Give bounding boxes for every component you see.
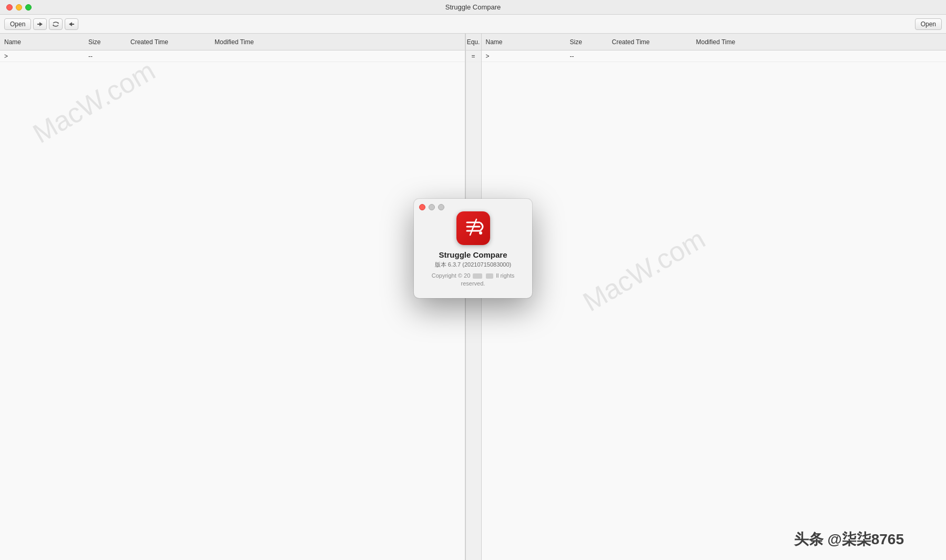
right-col-modified: Modified Time — [696, 38, 780, 46]
right-panel: Name Size Created Time Modified Time > -… — [482, 34, 947, 560]
dialog-copyright: Copyright © 20 ll rights reserved. — [424, 272, 522, 288]
dialog-version: 版本 6.3.7 (20210715083000) — [435, 261, 512, 269]
dialog-close-button[interactable] — [419, 204, 425, 210]
dialog-app-name: Struggle Compare — [439, 250, 507, 259]
sync-icon[interactable] — [49, 18, 63, 30]
right-col-created: Created Time — [612, 38, 696, 46]
maximize-button[interactable] — [25, 4, 32, 11]
toolbar: Open Open — [0, 15, 946, 34]
arrow-right-icon[interactable] — [65, 18, 78, 30]
left-data-row[interactable]: > -- — [0, 50, 465, 62]
equ-header: Equ. — [466, 34, 481, 50]
right-col-name: Name — [486, 38, 570, 46]
dialog-min-button[interactable] — [429, 204, 435, 210]
app-icon-symbol — [462, 215, 485, 241]
right-data-row[interactable]: > -- — [482, 50, 947, 62]
dialog-traffic-lights — [419, 204, 444, 210]
traffic-lights — [6, 4, 32, 11]
arrow-left-icon[interactable] — [33, 18, 47, 30]
left-col-size: Size — [88, 38, 130, 46]
left-row-name: > — [4, 53, 88, 60]
copyright-placeholder-2 — [486, 273, 493, 279]
right-col-header: Name Size Created Time Modified Time — [482, 34, 947, 50]
middle-data-row: = — [466, 50, 481, 62]
title-bar: Struggle Compare — [0, 0, 946, 15]
close-button[interactable] — [6, 4, 13, 11]
right-col-size: Size — [570, 38, 612, 46]
dialog-max-button[interactable] — [438, 204, 444, 210]
svg-marker-1 — [39, 22, 43, 26]
right-row-size: -- — [570, 53, 612, 60]
svg-marker-5 — [69, 22, 72, 26]
copyright-text: Copyright © 20 — [432, 272, 471, 279]
app-icon-container — [456, 211, 490, 245]
svg-point-10 — [479, 231, 482, 235]
left-col-modified: Modified Time — [215, 38, 299, 46]
app-icon — [456, 211, 490, 245]
middle-equals: = — [471, 53, 475, 60]
left-col-created: Created Time — [130, 38, 215, 46]
left-panel: Name Size Created Time Modified Time > -… — [0, 34, 466, 560]
about-dialog[interactable]: Struggle Compare 版本 6.3.7 (2021071508300… — [414, 199, 532, 299]
left-col-name: Name — [4, 38, 88, 46]
open-right-button[interactable]: Open — [915, 18, 942, 30]
right-row-name: > — [486, 53, 570, 60]
open-left-button[interactable]: Open — [4, 18, 31, 30]
left-row-size: -- — [88, 53, 130, 60]
left-col-header: Name Size Created Time Modified Time — [0, 34, 465, 50]
right-watermark: MacW.com — [577, 223, 710, 318]
copyright-placeholder-1 — [473, 273, 482, 279]
window-title: Struggle Compare — [445, 3, 501, 11]
svg-marker-2 — [58, 22, 59, 24]
svg-marker-3 — [53, 24, 54, 26]
left-watermark-top: MacW.com — [27, 55, 160, 150]
minimize-button[interactable] — [16, 4, 22, 11]
